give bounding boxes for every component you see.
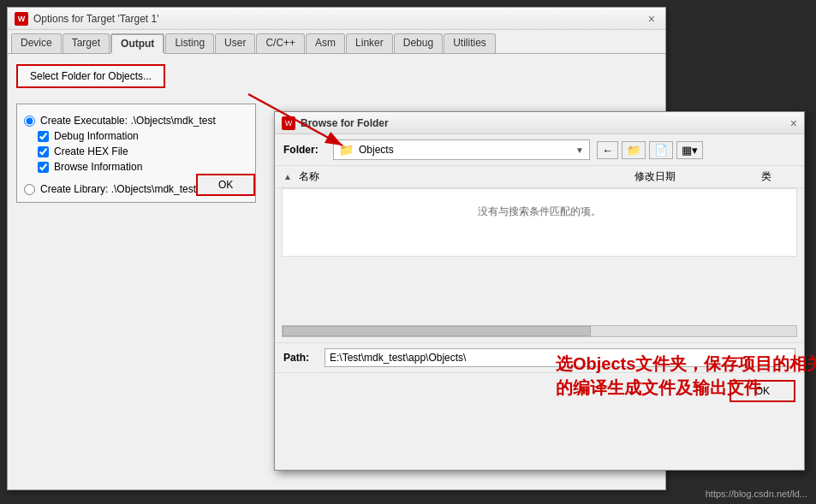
toolbar-newfile-button[interactable]: 📄 [649,141,673,159]
folder-label: Folder: [283,144,326,156]
browse-dialog: W Browse for Folder × Folder: 📁 Objects … [274,111,805,471]
debug-info-row: Debug Information [38,130,248,142]
tab-device[interactable]: Device [11,33,62,53]
col-name-header: 名称 [299,169,628,184]
file-list-area: 没有与搜索条件匹配的项。 [282,188,797,257]
select-folder-button[interactable]: Select Folder for Objects... [16,64,165,88]
debug-info-label: Debug Information [54,130,139,142]
folder-dropdown[interactable]: 📁 Objects ▼ [333,139,590,160]
path-label: Path: [283,352,318,364]
browse-close-button[interactable]: × [790,116,797,130]
main-ok-button[interactable]: OK [196,174,255,196]
dropdown-arrow-icon: ▼ [575,145,584,155]
tab-asm[interactable]: Asm [306,33,345,53]
create-exe-radio[interactable] [24,116,35,127]
create-hex-label: Create HEX File [54,145,128,157]
debug-info-checkbox[interactable] [38,131,49,142]
folder-name: Objects [359,144,570,156]
browse-info-label: Browse Information [54,161,142,173]
no-match-text: 没有与搜索条件匹配的项。 [291,196,788,228]
tab-debug[interactable]: Debug [394,33,443,53]
annotation-line1: 选Objects文件夹，保存项目的相关 [556,354,816,373]
tab-utilities[interactable]: Utilities [444,33,496,53]
col-type-header: 类 [761,169,795,184]
main-window-title: Options for Target 'Target 1' [33,13,158,25]
tab-cpp[interactable]: C/C++ [256,33,305,53]
create-exe-row: Create Executable: .\Objects\mdk_test [24,115,248,127]
tab-target[interactable]: Target [63,33,110,53]
toolbar-view-button[interactable]: ▦▾ [676,141,703,159]
create-hex-checkbox[interactable] [38,146,49,157]
browse-title-bar: W Browse for Folder × [275,112,804,134]
browse-info-row: Browse Information [38,161,248,173]
create-hex-row: Create HEX File [38,145,248,157]
sort-arrow-icon: ▲ [283,172,292,181]
h-scrollbar-container [275,325,804,337]
toolbar-back-button[interactable]: ← [597,141,618,159]
create-lib-radio[interactable] [24,184,35,195]
tab-user[interactable]: User [215,33,255,53]
annotation-text: 选Objects文件夹，保存项目的相关 的编译生成文件及输出文件 [556,352,816,400]
tabs-bar: Device Target Output Listing User C/C++ … [8,30,665,54]
app-icon: W [15,12,28,26]
browse-toolbar: ← 📁 📄 ▦▾ [597,141,703,159]
h-scrollbar[interactable] [282,325,797,337]
title-bar-left: W Options for Target 'Target 1' [15,12,158,26]
tab-linker[interactable]: Linker [346,33,393,53]
create-lib-label: Create Library: .\Objects\mdk_test.lib [40,183,209,195]
browse-title-left: W Browse for Folder [282,116,389,130]
col-date-header: 修改日期 [634,169,754,184]
tab-output[interactable]: Output [110,33,164,54]
browse-dialog-title: Browse for Folder [301,117,389,129]
folder-icon: 📁 [339,143,354,157]
browse-app-icon: W [282,116,295,130]
h-scrollbar-thumb[interactable] [283,326,591,336]
browse-info-checkbox[interactable] [38,162,49,173]
main-title-bar: W Options for Target 'Target 1' × [8,8,665,30]
main-close-button[interactable]: × [645,12,658,26]
folder-row: Folder: 📁 Objects ▼ ← 📁 📄 ▦▾ [275,134,804,166]
tab-listing[interactable]: Listing [165,33,214,53]
create-exe-label: Create Executable: .\Objects\mdk_test [40,115,216,127]
watermark: https://blog.csdn.net/ld... [706,489,807,499]
toolbar-newfolder-button[interactable]: 📁 [622,141,646,159]
column-headers: ▲ 名称 修改日期 类 [275,166,804,188]
annotation-line2: 的编译生成文件及输出文件 [556,378,761,397]
